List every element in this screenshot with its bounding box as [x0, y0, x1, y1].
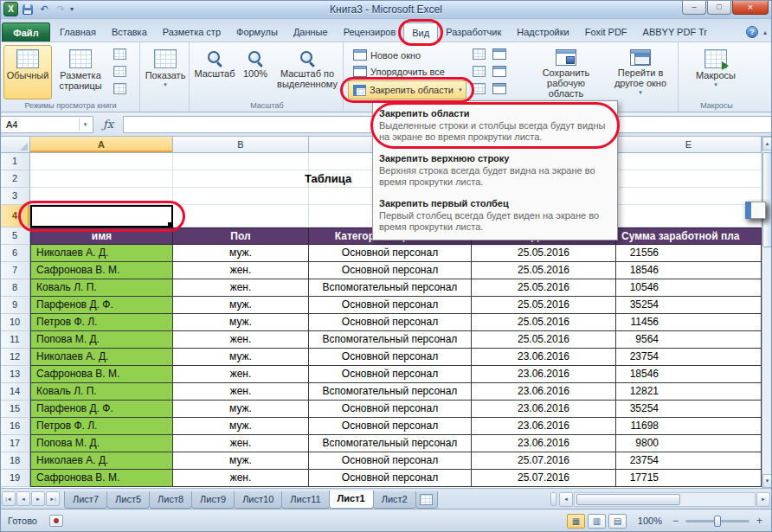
cell-C18[interactable]: Основной персонал — [309, 452, 472, 470]
row-header-7[interactable]: 7 — [0, 262, 30, 279]
cell-A2[interactable] — [30, 170, 173, 188]
cell-A12[interactable]: Николаев А. Д. — [30, 349, 173, 366]
vertical-scroll-thumb[interactable] — [762, 152, 772, 247]
cell-D17[interactable]: 23.06.2016 — [472, 435, 616, 452]
cell-A5[interactable]: имя — [30, 228, 173, 245]
help-icon[interactable]: ? — [746, 26, 758, 38]
cell-E17[interactable]: 9800 — [616, 435, 762, 452]
cell-B19[interactable]: жен. — [173, 470, 309, 487]
vertical-scroll-track[interactable] — [762, 151, 772, 474]
last-sheet-button[interactable]: ►| — [46, 491, 60, 506]
normal-view-button[interactable]: Обычный — [3, 45, 52, 99]
cell-C16[interactable]: Основной персонал — [309, 418, 472, 435]
cell-E11[interactable]: 9564 — [616, 331, 762, 349]
split-button[interactable] — [471, 47, 486, 61]
synchronous-scrolling-button[interactable] — [492, 64, 507, 79]
menu-item-freeze-first-column[interactable]: Закрепить первый столбецПервый столбец в… — [375, 193, 615, 238]
cell-D16[interactable]: 23.06.2016 — [472, 418, 616, 435]
zoom-in-button[interactable]: + — [754, 515, 765, 527]
cell-D7[interactable]: 25.05.2016 — [472, 262, 616, 279]
sheet-tab-list9[interactable]: Лист9 — [191, 491, 235, 509]
tab-view[interactable]: Вид — [403, 22, 438, 42]
cell-D18[interactable]: 25.07.2016 — [472, 452, 616, 470]
sheet-tab-list2[interactable]: Лист2 — [373, 491, 416, 509]
sheet-tab-list1[interactable]: Лист1 — [329, 490, 374, 509]
zoom-100-button[interactable]: 100% — [237, 45, 273, 99]
cell-D8[interactable]: 25.05.2016 — [472, 279, 616, 297]
row-header-6[interactable]: 6 — [0, 245, 30, 262]
column-header-A[interactable]: A — [30, 137, 173, 152]
cell-E8[interactable]: 10546 — [616, 279, 762, 297]
cell-B7[interactable]: жен. — [173, 262, 309, 279]
cell-C6[interactable]: Основной персонал — [309, 245, 472, 262]
sheet-tab-list10[interactable]: Лист10 — [234, 491, 282, 509]
cell-B6[interactable]: муж. — [173, 245, 309, 262]
cell-E3[interactable] — [616, 188, 762, 205]
undo-button[interactable]: ↶ — [37, 3, 51, 16]
row-header-4[interactable]: 4 — [0, 205, 30, 228]
page-break-preview-button[interactable] — [112, 47, 127, 61]
row-header-13[interactable]: 13 — [0, 366, 30, 383]
arrange-all-button[interactable]: Упорядочить все — [348, 63, 450, 80]
scroll-left-button[interactable]: ◄ — [559, 492, 573, 507]
cell-D15[interactable]: 23.06.2016 — [472, 401, 616, 418]
view-page-break-button[interactable]: ▤ — [608, 514, 627, 529]
tab-review[interactable]: Рецензиров — [336, 22, 404, 42]
redo-button[interactable]: ↷ — [54, 3, 68, 16]
scroll-down-button[interactable]: ▼ — [762, 474, 772, 488]
cell-E18[interactable]: 23754 — [616, 452, 762, 470]
row-header-1[interactable]: 1 — [0, 153, 30, 170]
view-side-by-side-button[interactable] — [492, 47, 507, 61]
cell-E9[interactable]: 35254 — [616, 297, 762, 314]
cell-C13[interactable]: Основной персонал — [309, 366, 472, 383]
sheet-tab-list11[interactable]: Лист11 — [281, 491, 329, 509]
tab-add-ins[interactable]: Надстройки — [509, 22, 576, 42]
qat-customize-button[interactable]: ▾ — [70, 5, 74, 13]
row-header-15[interactable]: 15 — [0, 401, 30, 418]
cell-D9[interactable]: 25.05.2016 — [472, 297, 616, 314]
cell-D19[interactable]: 25.07.2016 — [472, 470, 616, 487]
insert-worksheet-button[interactable] — [415, 491, 438, 509]
cell-A15[interactable]: Парфенов Д. Ф. — [30, 401, 173, 418]
cell-C10[interactable]: Основной персонал — [309, 314, 472, 331]
menu-item-freeze-panes[interactable]: Закрепить областиВыделенные строки и сто… — [375, 103, 615, 148]
menu-item-freeze-top-row[interactable]: Закрепить верхнюю строкуВерхняя строка в… — [375, 148, 615, 193]
save-button[interactable] — [21, 3, 35, 16]
cell-A11[interactable]: Попова М. Д. — [30, 331, 173, 349]
cell-C15[interactable]: Основной персонал — [309, 401, 472, 418]
row-header-8[interactable]: 8 — [0, 279, 30, 297]
cell-A9[interactable]: Парфенов Д. Ф. — [30, 297, 173, 314]
row-header-14[interactable]: 14 — [0, 383, 30, 401]
cell-C9[interactable]: Основной персонал — [309, 297, 472, 314]
cell-A14[interactable]: Коваль Л. П. — [30, 383, 173, 401]
cell-E2[interactable] — [616, 170, 762, 188]
zoom-slider-thumb[interactable] — [714, 516, 721, 527]
cell-C11[interactable]: Вспомогательный персонал — [309, 331, 472, 349]
zoom-to-selection-button[interactable]: Масштаб по выделенному — [275, 45, 339, 99]
cell-A17[interactable]: Попова М. Д. — [30, 435, 173, 452]
insert-function-button[interactable]: ƒx — [93, 118, 123, 131]
first-sheet-button[interactable]: |◄ — [2, 491, 16, 506]
sheet-tab-list7[interactable]: Лист7 — [64, 491, 107, 509]
cell-E7[interactable]: 18546 — [616, 262, 762, 279]
cell-A19[interactable]: Сафронова В. М. — [30, 470, 173, 487]
cell-E4[interactable] — [616, 205, 762, 228]
collapse-ribbon-icon[interactable]: ▴ — [763, 29, 767, 36]
cell-E13[interactable]: 18546 — [616, 366, 762, 383]
switch-windows-button[interactable]: Перейти в другое окно ▾ — [606, 45, 675, 99]
tab-insert[interactable]: Вставка — [104, 22, 155, 42]
tab-developer[interactable]: Разработчик — [438, 22, 509, 42]
tab-foxit-pdf[interactable]: Foxit PDF — [577, 22, 635, 42]
new-window-button[interactable]: Новое окно — [348, 47, 426, 63]
cell-A13[interactable]: Сафронова В. М. — [30, 366, 173, 383]
sheet-tab-list5[interactable]: Лист5 — [106, 491, 150, 509]
view-page-layout-button[interactable]: ▥ — [588, 514, 606, 529]
cell-B11[interactable]: жен. — [173, 331, 309, 349]
hide-window-button[interactable] — [471, 64, 486, 79]
previous-sheet-button[interactable]: ◄ — [16, 491, 30, 506]
chevron-down-icon[interactable]: ▾ — [79, 119, 91, 131]
cell-C12[interactable]: Основной персонал — [309, 349, 472, 366]
column-header-B[interactable]: B — [173, 137, 309, 152]
next-sheet-button[interactable]: ► — [31, 491, 45, 506]
cell-D6[interactable]: 25.05.2016 — [472, 245, 616, 262]
